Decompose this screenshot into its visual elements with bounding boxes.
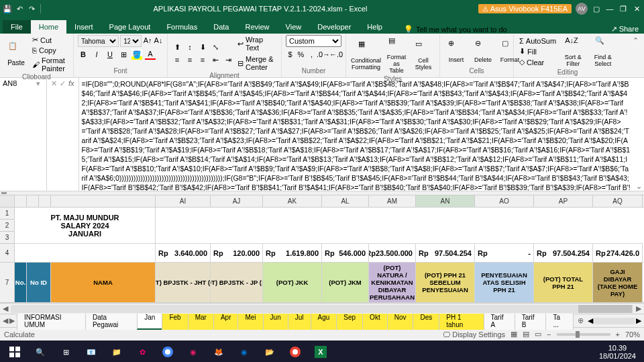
hdr-am[interactable]: (POT) NATURA / KENIKMATAN DIBAYAR PERUSA… <box>369 263 416 302</box>
split-handle[interactable] <box>0 191 644 195</box>
sheet-tab-ta-...[interactable]: Ta ... <box>545 312 574 330</box>
zoom-slider[interactable] <box>557 333 610 336</box>
row-4[interactable]: 4 <box>0 244 14 263</box>
save-icon[interactable]: 💾 <box>3 4 12 13</box>
tab-view[interactable]: View <box>278 20 310 34</box>
view-normal-icon[interactable]: ▦ <box>511 330 517 338</box>
align-top-icon[interactable]: ⬆ <box>172 42 182 52</box>
cell-am4[interactable]: Rp23.500.000 <box>369 244 416 262</box>
col-d[interactable] <box>51 195 156 207</box>
hdr-no[interactable]: No. <box>15 263 27 302</box>
font-name-select[interactable]: Tahoma <box>78 35 119 47</box>
cancel-formula-icon[interactable]: ✕ <box>51 79 57 88</box>
row-2[interactable]: 2 <box>0 220 14 232</box>
tab-page-layout[interactable]: Page Layout <box>101 20 159 34</box>
tab-file[interactable]: File <box>3 20 31 34</box>
col-aq[interactable]: AQ <box>593 195 643 207</box>
wrap-text-button[interactable]: ↩Wrap Text <box>236 35 277 52</box>
sheet-tab-informasi-umum[interactable]: INFORMASI UMUM <box>17 312 86 330</box>
font-shrink-icon[interactable]: A↓ <box>154 35 163 46</box>
font-size-select[interactable]: 12 <box>120 35 142 47</box>
hdr-aq[interactable]: GAJI DIBAYAR (TAKE HOME PAY) <box>593 263 643 302</box>
format-painter-button[interactable]: 🖌Format Painter <box>31 56 69 73</box>
system-clock[interactable]: 10.39 18/01/2024 <box>594 344 641 360</box>
excel-taskbar-icon[interactable]: X <box>309 342 333 362</box>
format-table-button[interactable]: ▤Format as Table <box>384 35 409 75</box>
app-icon-1[interactable]: 📁 <box>105 342 129 362</box>
redo-icon[interactable]: ↷ <box>27 4 36 13</box>
cell-reference-input[interactable] <box>3 79 36 87</box>
sheet-tab-nov[interactable]: Nov <box>387 312 414 330</box>
paste-button[interactable]: 📋 Paste <box>4 40 28 68</box>
fill-color-icon[interactable]: 🪣 <box>131 49 142 60</box>
sheet-tab-feb[interactable]: Feb <box>162 312 188 330</box>
indent-inc-icon[interactable]: ⇥ <box>223 54 233 65</box>
align-left-icon[interactable]: ≡ <box>172 54 182 65</box>
comma-icon[interactable]: , <box>307 49 316 60</box>
minimize-icon[interactable]: — <box>605 4 614 13</box>
sheet-tab-agu[interactable]: Agu <box>311 312 337 330</box>
font-grow-icon[interactable]: A↑ <box>143 35 152 46</box>
copy-button[interactable]: ⎘Copy <box>31 46 69 55</box>
border-icon[interactable]: ⊞ <box>118 49 129 60</box>
cell-ai4[interactable]: Rp3.640.000 <box>156 244 211 262</box>
decimal-inc-icon[interactable]: .0→ <box>318 49 329 60</box>
align-bottom-icon[interactable]: ⬇ <box>197 42 208 52</box>
col-a[interactable] <box>15 195 27 207</box>
hdr-ak[interactable]: (POT) JKK <box>263 263 322 302</box>
sheet-tab-tarif-a[interactable]: Tarif A <box>484 312 515 330</box>
row-3[interactable]: 3 <box>0 232 14 244</box>
zoom-out-icon[interactable]: − <box>547 330 551 338</box>
tab-developer[interactable]: Developer <box>309 20 359 34</box>
col-ai[interactable]: AI <box>156 195 211 207</box>
merge-center-button[interactable]: ⊟Merge & Center <box>236 54 277 72</box>
display-settings-button[interactable]: 🖵 Display Settings <box>443 330 505 338</box>
hdr-aj[interactable]: (POT) BPJSTK - JP (1%) <box>211 263 263 302</box>
view-break-icon[interactable]: ▭ <box>535 330 541 338</box>
sheet-tab-mei[interactable]: Mei <box>237 312 263 330</box>
row-7[interactable]: 7 <box>0 263 14 303</box>
cell-aj4[interactable]: Rp120.000 <box>211 244 263 262</box>
scroll-left-icon[interactable]: ◀ <box>0 304 11 313</box>
formula-expand-icon[interactable]: ⌄ <box>633 78 644 191</box>
app-icon-2[interactable]: ✿ <box>130 342 154 362</box>
zoom-in-icon[interactable]: + <box>616 330 620 338</box>
hdr-ap[interactable]: (POT) TOTAL PPH 21 <box>534 263 593 302</box>
font-color-icon[interactable]: A <box>145 49 156 60</box>
find-select-button[interactable]: 🔍Find & Select <box>588 35 617 69</box>
tab-insert[interactable]: Insert <box>66 20 101 34</box>
tell-me-search[interactable]: 💡 Tell me what you want to do <box>404 25 507 34</box>
cell-an4[interactable]: Rp97.504.254 <box>416 244 475 262</box>
align-center-icon[interactable]: ≡ <box>184 54 195 65</box>
tab-help[interactable]: Help <box>359 20 390 34</box>
sheet-tab-okt[interactable]: Okt <box>362 312 388 330</box>
cell-al4[interactable]: Rp546.000 <box>322 244 369 262</box>
col-an[interactable]: AN <box>416 195 475 207</box>
hdr-nama[interactable]: NAMA <box>51 263 156 302</box>
app-icon-3[interactable]: ◉ <box>181 342 205 362</box>
insert-cells-button[interactable]: ⊕Insert <box>444 38 468 64</box>
sheet-tab-data-pegawai[interactable]: Data Pegawai <box>85 312 138 330</box>
hdr-noid[interactable]: No ID <box>27 263 51 302</box>
start-button[interactable] <box>3 342 27 362</box>
outlook-icon[interactable]: 📧 <box>79 342 103 362</box>
orientation-icon[interactable]: ⤡ <box>210 42 221 52</box>
col-b[interactable] <box>27 195 39 207</box>
cell-frozen[interactable] <box>15 244 156 262</box>
col-ao[interactable]: AO <box>475 195 534 207</box>
currency-icon[interactable]: $ <box>286 49 294 60</box>
sheet-tab-jun[interactable]: Jun <box>263 312 288 330</box>
chevron-down-icon[interactable]: ▾ <box>36 79 40 88</box>
tab-formulas[interactable]: Formulas <box>158 20 205 34</box>
underline-icon[interactable]: U <box>105 49 115 60</box>
conditional-formatting-button[interactable]: ▦Conditional Formatting <box>350 38 382 72</box>
tab-home[interactable]: Home <box>31 20 66 34</box>
hdr-ao[interactable]: PENYESUAIAN ATAS SELISIH PPH 21 <box>475 263 534 302</box>
cell-styles-button[interactable]: ▭Cell Styles <box>411 38 435 72</box>
align-right-icon[interactable]: ≡ <box>197 54 208 65</box>
sheet-tab-jul[interactable]: Jul <box>288 312 311 330</box>
collapse-ribbon-icon[interactable]: ⌃ <box>627 34 644 77</box>
row-1[interactable]: 1 <box>0 208 14 220</box>
maximize-icon[interactable]: ❐ <box>619 4 628 13</box>
edge-icon[interactable]: ◉ <box>232 342 256 362</box>
